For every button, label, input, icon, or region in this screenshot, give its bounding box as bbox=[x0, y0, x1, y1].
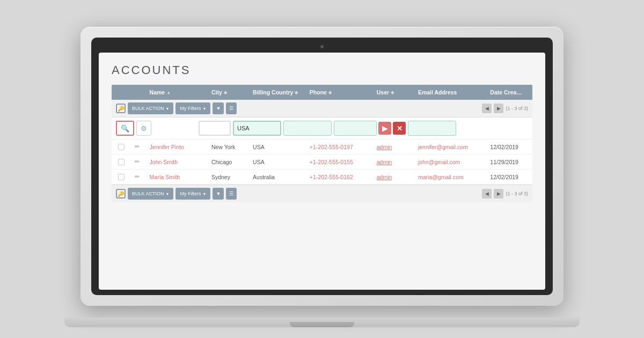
table-header: Name ▲ City ◆ Billing Country ◆ Phone bbox=[112, 85, 532, 100]
my-filters-button[interactable]: My Filters ▼ bbox=[175, 102, 210, 114]
th-date-created: Date Crea… bbox=[486, 85, 532, 100]
my-filters-arrow: ▼ bbox=[202, 107, 206, 111]
row-city-1: New York bbox=[207, 142, 248, 152]
billing-sort-icon[interactable]: ◆ bbox=[295, 90, 298, 95]
table-row: ✏ Jennifer Pinto New York USA +1-202-555 bbox=[112, 139, 532, 155]
accounts-table: Name ▲ City ◆ Billing Country ◆ Phone bbox=[112, 85, 532, 202]
th-name: Name ▲ bbox=[145, 85, 207, 100]
search-button[interactable]: 🔍 bbox=[116, 121, 134, 136]
camera-dot bbox=[320, 45, 324, 48]
row-billing-2: USA bbox=[248, 157, 305, 167]
prev-page-button[interactable]: ◀ bbox=[482, 104, 492, 113]
th-billing-country: Billing Country ◆ bbox=[248, 85, 305, 100]
laptop-hinge bbox=[290, 322, 354, 327]
table-row: ✏ John Smith Chicago USA +1-202-555-0155 bbox=[112, 155, 532, 170]
th-city: City ◆ bbox=[207, 85, 248, 100]
row-billing-3: Australia bbox=[248, 172, 305, 182]
prev-page-button-bottom[interactable]: ◀ bbox=[482, 189, 492, 199]
filter-toggle-button[interactable]: ▼ bbox=[213, 102, 224, 114]
filter-icon: ▼ bbox=[216, 106, 221, 111]
search-icon: 🔍 bbox=[121, 124, 129, 133]
row-phone-3[interactable]: +1-202-555-0162 bbox=[305, 172, 372, 182]
filter-icon-bottom: ▼ bbox=[216, 191, 221, 196]
table-row: ✏ María Smith Sydney Australia +1-202-55 bbox=[112, 170, 532, 185]
key-button-bottom[interactable]: 🔑 bbox=[116, 189, 126, 199]
row-city-3: Sydney bbox=[207, 172, 248, 182]
row-edit-2[interactable]: ✏ bbox=[130, 157, 145, 167]
screen-bezel: ACCOUNTS Name ▲ City ◆ bbox=[91, 38, 553, 295]
next-page-button-bottom[interactable]: ▶ bbox=[494, 189, 503, 199]
billing-country-filter-input[interactable] bbox=[233, 121, 281, 136]
row-name-1[interactable]: Jennifer Pinto bbox=[145, 142, 207, 152]
row-date-1: 12/02/2019 bbox=[486, 142, 532, 152]
user-filter-group: ▶ ✕ bbox=[334, 121, 406, 136]
select-icon: ▶ bbox=[382, 124, 387, 133]
laptop-body: ACCOUNTS Name ▲ City ◆ bbox=[80, 27, 564, 306]
row-phone-2[interactable]: +1-202-555-0155 bbox=[305, 157, 372, 167]
page-title: ACCOUNTS bbox=[112, 63, 532, 77]
row-user-2[interactable]: admin bbox=[372, 157, 414, 167]
laptop-frame: ACCOUNTS Name ▲ City ◆ bbox=[64, 11, 580, 327]
list-view-button-bottom[interactable]: ☰ bbox=[226, 188, 237, 200]
bulk-action-arrow-bottom: ▼ bbox=[166, 192, 170, 196]
edit-icon-2[interactable]: ✏ bbox=[135, 158, 140, 165]
row-email-2[interactable]: john@gmail.com bbox=[414, 157, 486, 167]
checkbox-1[interactable] bbox=[118, 144, 125, 150]
name-sort-icon[interactable]: ▲ bbox=[166, 90, 171, 95]
city-sort-icon[interactable]: ◆ bbox=[224, 90, 227, 95]
th-user: User ◆ bbox=[372, 85, 414, 100]
row-billing-1: USA bbox=[248, 142, 305, 152]
row-edit-1[interactable]: ✏ bbox=[130, 142, 145, 152]
list-view-button[interactable]: ☰ bbox=[226, 102, 237, 114]
row-edit-3[interactable]: ✏ bbox=[130, 172, 145, 182]
pagination-info-bottom: (1 - 3 of 3) bbox=[506, 191, 528, 196]
filter-toggle-button-bottom[interactable]: ▼ bbox=[213, 188, 224, 200]
row-city-2: Chicago bbox=[207, 157, 248, 167]
row-date-3: 12/02/2019 bbox=[486, 172, 532, 182]
row-email-3[interactable]: maria@gmail.com bbox=[414, 172, 486, 182]
th-select-all bbox=[112, 88, 130, 97]
top-toolbar: 🔑 BULK ACTION ▼ My Filters ▼ ▼ bbox=[112, 100, 532, 117]
key-icon-bottom: 🔑 bbox=[118, 191, 124, 197]
clear-filter-button[interactable]: ✕ bbox=[393, 122, 406, 135]
my-filters-arrow-bottom: ▼ bbox=[202, 192, 206, 196]
user-sort-icon[interactable]: ◆ bbox=[391, 90, 394, 95]
bulk-action-arrow: ▼ bbox=[166, 107, 170, 111]
th-email: Email Address bbox=[414, 85, 486, 100]
bulk-action-button-bottom[interactable]: BULK ACTION ▼ bbox=[128, 188, 173, 200]
laptop-base bbox=[64, 318, 580, 327]
list-icon-bottom: ☰ bbox=[229, 191, 233, 196]
my-filters-button-bottom[interactable]: My Filters ▼ bbox=[175, 188, 210, 200]
row-user-1[interactable]: admin bbox=[372, 142, 414, 152]
clear-icon: ✕ bbox=[397, 124, 402, 133]
city-filter-input[interactable] bbox=[199, 121, 231, 136]
next-page-button[interactable]: ▶ bbox=[494, 104, 503, 113]
phone-filter-input[interactable] bbox=[283, 121, 332, 136]
email-filter-input[interactable] bbox=[408, 121, 456, 136]
row-checkbox-1[interactable] bbox=[112, 142, 130, 152]
settings-button[interactable]: ⚙ bbox=[136, 121, 151, 136]
bulk-action-button[interactable]: BULK ACTION ▼ bbox=[128, 102, 173, 114]
row-email-1[interactable]: jennifer@gmail.com bbox=[414, 142, 486, 152]
bottom-toolbar: 🔑 BULK ACTION ▼ My Filters ▼ ▼ bbox=[112, 185, 532, 202]
row-checkbox-3[interactable] bbox=[112, 172, 130, 182]
pagination-info: (1 - 3 of 3) bbox=[506, 106, 528, 111]
phone-sort-icon[interactable]: ◆ bbox=[328, 90, 332, 95]
row-phone-1[interactable]: +1-202-555-0197 bbox=[305, 142, 372, 152]
th-phone: Phone ◆ bbox=[305, 85, 372, 100]
checkbox-3[interactable] bbox=[118, 174, 125, 180]
key-button[interactable]: 🔑 bbox=[116, 104, 126, 113]
edit-icon-3[interactable]: ✏ bbox=[135, 173, 140, 180]
row-checkbox-2[interactable] bbox=[112, 157, 130, 167]
row-user-3[interactable]: admin bbox=[372, 172, 414, 182]
row-date-2: 11/29/2019 bbox=[486, 157, 532, 167]
row-name-2[interactable]: John Smith bbox=[145, 157, 207, 167]
row-name-3[interactable]: María Smith bbox=[145, 172, 207, 182]
checkbox-2[interactable] bbox=[118, 159, 125, 165]
user-filter-input[interactable] bbox=[334, 121, 377, 136]
select-filter-button[interactable]: ▶ bbox=[378, 122, 391, 135]
gear-icon: ⚙ bbox=[141, 124, 147, 133]
screen-content: ACCOUNTS Name ▲ City ◆ bbox=[99, 53, 545, 290]
edit-icon-1[interactable]: ✏ bbox=[135, 143, 140, 150]
key-icon: 🔑 bbox=[118, 106, 124, 112]
